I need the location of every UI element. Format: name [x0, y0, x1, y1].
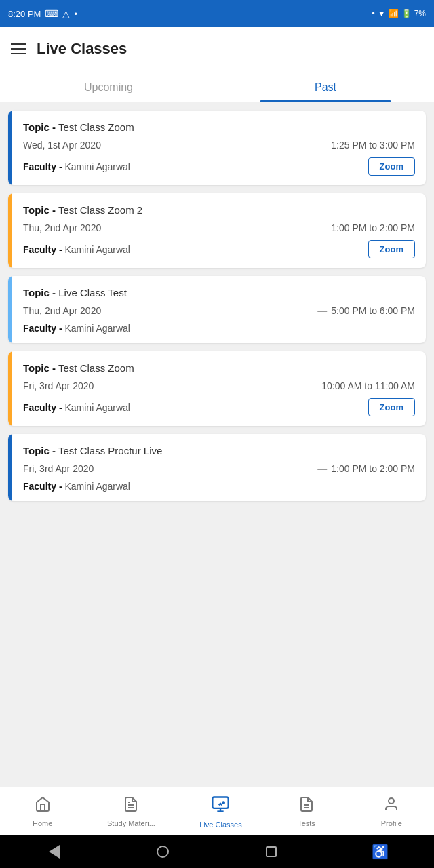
signal-icon: 📶 [389, 9, 399, 18]
tests-icon [298, 796, 315, 816]
menu-button[interactable] [11, 43, 26, 54]
card-body-4: Topic - Test Class Zoom Fri, 3rd Apr 202… [12, 351, 426, 426]
card-time-5: — 1:00 PM to 2:00 PM [317, 463, 415, 474]
liveclasses-icon [211, 795, 230, 818]
card-date-row-4: Fri, 3rd Apr 2020 — 10:00 AM to 11:00 AM [23, 380, 415, 391]
status-left: 8:20 PM ⌨ △ • [8, 8, 77, 19]
card-topic-2: Topic - Test Class Zoom 2 [23, 204, 415, 216]
card-date-5: Fri, 3rd Apr 2020 [23, 463, 94, 474]
home-button[interactable] [151, 840, 175, 864]
classes-list: Topic - Test Class Zoom Wed, 1st Apr 202… [0, 102, 434, 787]
class-card-3: Topic - Live Class Test Thu, 2nd Apr 202… [8, 276, 426, 343]
card-faculty-5: Faculty - Kamini Agarwal [23, 481, 130, 492]
class-card-1: Topic - Test Class Zoom Wed, 1st Apr 202… [8, 111, 426, 185]
nav-tests[interactable]: Tests [286, 796, 327, 827]
battery-icon: 🔋 [401, 9, 412, 18]
card-topic-5: Topic - Test Class Proctur Live [23, 445, 415, 456]
card-body-1: Topic - Test Class Zoom Wed, 1st Apr 202… [12, 111, 426, 185]
study-icon [123, 796, 139, 816]
card-faculty-1: Faculty - Kamini Agarwal [23, 161, 130, 172]
nav-tests-label: Tests [298, 819, 315, 827]
card-body-3: Topic - Live Class Test Thu, 2nd Apr 202… [12, 276, 426, 343]
home-icon [35, 796, 51, 816]
nav-profile[interactable]: Profile [371, 796, 412, 827]
card-topic-4: Topic - Test Class Zoom [23, 362, 415, 374]
nav-study[interactable]: Study Materi... [107, 796, 155, 827]
nav-liveclasses-label: Live Classes [199, 821, 241, 829]
card-time-4: — 10:00 AM to 11:00 AM [308, 380, 415, 391]
accessibility-button[interactable]: ♿ [368, 840, 392, 864]
tab-upcoming[interactable]: Upcoming [0, 71, 217, 102]
card-date-1: Wed, 1st Apr 2020 [23, 140, 101, 151]
nav-study-label: Study Materi... [107, 819, 155, 827]
card-date-row-2: Thu, 2nd Apr 2020 — 1:00 PM to 2:00 PM [23, 222, 415, 233]
tabs-container: Upcoming Past [0, 71, 434, 102]
card-body-2: Topic - Test Class Zoom 2 Thu, 2nd Apr 2… [12, 193, 426, 268]
zoom-button-1[interactable]: Zoom [368, 157, 415, 176]
card-faculty-2: Faculty - Kamini Agarwal [23, 244, 130, 255]
recents-button[interactable] [259, 840, 283, 864]
class-card-5: Topic - Test Class Proctur Live Fri, 3rd… [8, 434, 426, 501]
card-topic-1: Topic - Test Class Zoom [23, 121, 415, 133]
svg-point-3 [222, 801, 226, 804]
card-date-row-3: Thu, 2nd Apr 2020 — 5:00 PM to 6:00 PM [23, 305, 415, 316]
class-card-4: Topic - Test Class Zoom Fri, 3rd Apr 202… [8, 351, 426, 426]
card-faculty-row-5: Faculty - Kamini Agarwal [23, 481, 415, 492]
page-title: Live Classes [37, 40, 127, 58]
svg-point-6 [389, 798, 394, 804]
bottom-nav: Home Study Materi... Live Classes [0, 787, 434, 835]
zoom-button-2[interactable]: Zoom [368, 240, 415, 258]
accessibility-icon: ♿ [372, 844, 389, 860]
dot-indicator: • [74, 9, 77, 19]
tab-past[interactable]: Past [217, 71, 434, 102]
status-right: • ▼ 📶 🔋 7% [372, 9, 426, 18]
profile-icon [383, 796, 399, 816]
card-faculty-row-1: Faculty - Kamini Agarwal Zoom [23, 157, 415, 176]
card-body-5: Topic - Test Class Proctur Live Fri, 3rd… [12, 434, 426, 501]
card-faculty-3: Faculty - Kamini Agarwal [23, 323, 130, 334]
zoom-button-4[interactable]: Zoom [368, 398, 415, 416]
nav-home-label: Home [33, 819, 52, 827]
card-faculty-4: Faculty - Kamini Agarwal [23, 402, 130, 413]
card-topic-3: Topic - Live Class Test [23, 287, 415, 298]
card-date-4: Fri, 3rd Apr 2020 [23, 380, 94, 391]
battery-level: 7% [414, 9, 426, 18]
system-nav: ♿ [0, 835, 434, 868]
nav-home[interactable]: Home [22, 796, 63, 827]
nav-profile-label: Profile [381, 819, 402, 827]
card-time-1: — 1:25 PM to 3:00 PM [317, 140, 415, 151]
wifi-icon: ▼ [378, 9, 386, 18]
card-time-2: — 1:00 PM to 2:00 PM [317, 222, 415, 233]
card-faculty-row-3: Faculty - Kamini Agarwal [23, 323, 415, 334]
app-icon: △ [62, 8, 70, 19]
card-date-3: Thu, 2nd Apr 2020 [23, 305, 101, 316]
keyboard-icon: ⌨ [45, 8, 58, 19]
class-card-2: Topic - Test Class Zoom 2 Thu, 2nd Apr 2… [8, 193, 426, 268]
app-bar: Live Classes [0, 27, 434, 71]
card-date-row-5: Fri, 3rd Apr 2020 — 1:00 PM to 2:00 PM [23, 463, 415, 474]
card-time-3: — 5:00 PM to 6:00 PM [317, 305, 415, 316]
status-time: 8:20 PM [8, 9, 41, 19]
nav-liveclasses[interactable]: Live Classes [199, 795, 241, 829]
card-faculty-row-2: Faculty - Kamini Agarwal Zoom [23, 240, 415, 258]
dot-small: • [372, 9, 375, 18]
card-date-row-1: Wed, 1st Apr 2020 — 1:25 PM to 3:00 PM [23, 140, 415, 151]
status-bar: 8:20 PM ⌨ △ • • ▼ 📶 🔋 7% [0, 0, 434, 27]
card-faculty-row-4: Faculty - Kamini Agarwal Zoom [23, 398, 415, 416]
back-button[interactable] [42, 840, 66, 864]
card-date-2: Thu, 2nd Apr 2020 [23, 222, 101, 233]
